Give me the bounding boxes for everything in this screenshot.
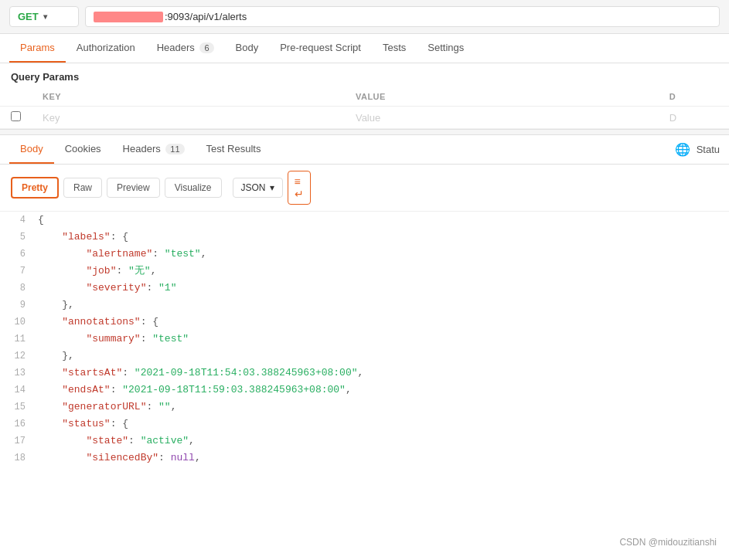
response-tab-headers[interactable]: Headers 11 [112, 135, 196, 164]
line-content: "status": { [35, 416, 729, 433]
token-punc: , [171, 401, 177, 412]
token-str: "2021-09-18T11:54:03.388245963+08:00" [135, 367, 358, 378]
desc-input-cell[interactable]: D [659, 107, 729, 129]
tab-body[interactable]: Body [225, 34, 270, 63]
format-dropdown-label: JSON [241, 182, 266, 193]
url-redacted-part [94, 12, 163, 22]
wrap-button[interactable]: ≡↵ [288, 171, 311, 205]
line-content: "summary": "test" [35, 331, 729, 348]
tab-prerequest[interactable]: Pre-request Script [269, 34, 372, 63]
url-bar[interactable]: :9093/api/v1/alerts [85, 6, 720, 27]
raw-button[interactable]: Raw [63, 178, 102, 198]
line-number: 15 [0, 399, 35, 416]
token-punc [38, 333, 86, 344]
line-content: "labels": { [35, 229, 729, 246]
line-content: "silencedBy": null, [35, 450, 729, 467]
token-punc: , [201, 248, 207, 260]
method-chevron-icon: ▾ [43, 12, 47, 21]
response-right: 🌐 Statu [675, 142, 720, 157]
token-key: "annotations" [62, 316, 140, 328]
format-dropdown[interactable]: JSON ▾ [233, 178, 283, 198]
tab-headers[interactable]: Headers 6 [146, 34, 225, 63]
row-checkbox-input[interactable] [11, 111, 21, 121]
tab-params[interactable]: Params [9, 34, 66, 63]
key-input-cell[interactable]: Key [32, 107, 345, 129]
row-checkbox[interactable] [0, 107, 32, 129]
line-content: "generatorURL": "", [35, 399, 729, 416]
line-content: "state": "active", [35, 433, 729, 450]
query-params-table: KEY VALUE D Key Value D [0, 87, 729, 129]
code-line: 11 "summary": "test" [0, 331, 729, 348]
code-line: 14 "endsAt": "2021-09-18T11:59:03.388245… [0, 382, 729, 399]
token-punc: , [346, 384, 352, 395]
preview-button[interactable]: Preview [107, 178, 160, 198]
token-punc: : [146, 282, 158, 294]
line-number: 9 [0, 297, 35, 314]
token-punc: : [146, 401, 158, 412]
url-suffix: :9093/api/v1/alerts [165, 11, 247, 22]
token-punc [38, 401, 62, 412]
token-punc: : { [111, 231, 128, 243]
token-str: "active" [141, 435, 189, 446]
code-line: 16 "status": { [0, 416, 729, 433]
line-content: "endsAt": "2021-09-18T11:59:03.388245963… [35, 382, 729, 399]
wrap-icon: ≡↵ [295, 175, 304, 200]
code-line: 13 "startsAt": "2021-09-18T11:54:03.3882… [0, 365, 729, 382]
method-select[interactable]: GET ▾ [9, 6, 79, 27]
token-punc: : [128, 435, 141, 446]
tab-authorization[interactable]: Authorization [66, 34, 146, 63]
code-line: 5 "labels": { [0, 229, 729, 246]
format-bar: Pretty Raw Preview Visualize JSON ▾ ≡↵ [0, 165, 729, 212]
tab-settings[interactable]: Settings [417, 34, 475, 63]
response-tab-cookies[interactable]: Cookies [54, 135, 112, 164]
response-tab-tests[interactable]: Test Results [196, 135, 272, 164]
format-dropdown-chevron: ▾ [270, 182, 274, 193]
line-content: "annotations": { [35, 314, 729, 331]
token-str: "无" [128, 265, 151, 277]
query-params-title: Query Params [0, 63, 729, 87]
token-punc: { [38, 214, 44, 226]
token-punc: : { [141, 316, 158, 328]
code-line: 9 }, [0, 297, 729, 314]
code-line: 17 "state": "active", [0, 433, 729, 450]
line-content: }, [35, 297, 729, 314]
code-area: 4{5 "labels": {6 "alertname": "test",7 "… [0, 212, 729, 467]
code-line: 10 "annotations": { [0, 314, 729, 331]
tab-tests[interactable]: Tests [372, 34, 417, 63]
pretty-button[interactable]: Pretty [11, 177, 59, 199]
token-key: "summary" [86, 333, 140, 344]
code-line: 8 "severity": "1" [0, 280, 729, 297]
visualize-button[interactable]: Visualize [165, 178, 222, 198]
token-str: "" [158, 401, 171, 412]
col-checkbox [0, 87, 32, 107]
table-row: Key Value D [0, 107, 729, 129]
token-punc [38, 265, 86, 277]
response-tab-body[interactable]: Body [9, 135, 54, 164]
token-punc [38, 435, 86, 446]
line-number: 18 [0, 450, 35, 467]
code-line: 15 "generatorURL": "", [0, 399, 729, 416]
line-number: 17 [0, 433, 35, 450]
token-str: "test" [152, 333, 189, 344]
token-key: "job" [86, 265, 116, 277]
col-value: VALUE [345, 87, 659, 107]
token-punc: , [189, 435, 195, 446]
token-punc [38, 248, 86, 260]
top-bar: GET ▾ :9093/api/v1/alerts [0, 0, 729, 34]
token-punc: }, [38, 350, 74, 361]
token-punc: : [116, 265, 128, 277]
token-key: "severity" [86, 282, 146, 294]
globe-icon: 🌐 [675, 142, 690, 157]
method-label: GET [18, 11, 39, 22]
token-punc: : [152, 248, 165, 260]
token-key: "generatorURL" [62, 401, 146, 412]
line-number: 4 [0, 212, 35, 229]
value-input-cell[interactable]: Value [345, 107, 659, 129]
token-punc: , [195, 452, 201, 463]
line-content: }, [35, 348, 729, 365]
line-number: 13 [0, 365, 35, 382]
token-key: "endsAt" [62, 384, 110, 395]
token-key: "silencedBy" [86, 452, 158, 463]
line-content: "alertname": "test", [35, 246, 729, 263]
token-key: "labels" [62, 231, 110, 243]
